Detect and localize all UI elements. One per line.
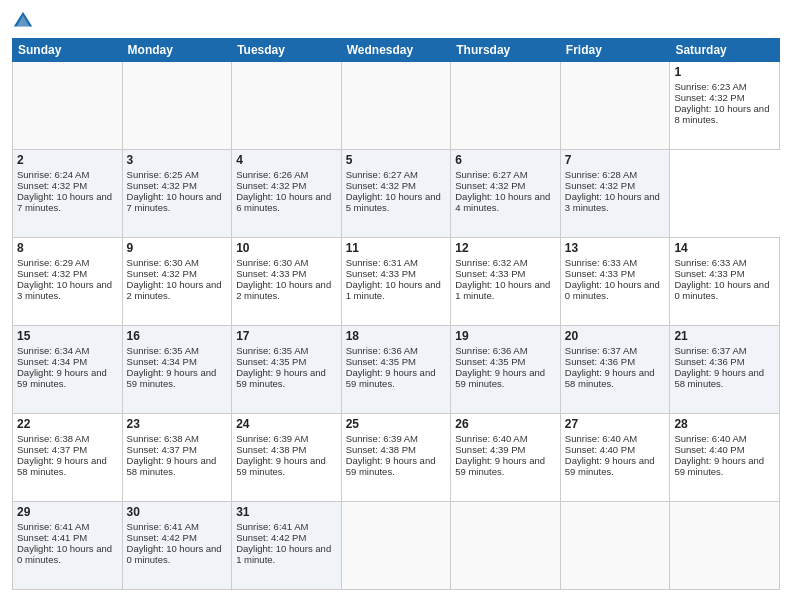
sunrise-text: Sunrise: 6:23 AM — [674, 81, 746, 92]
calendar-cell: 2 Sunrise: 6:24 AM Sunset: 4:32 PM Dayli… — [13, 150, 123, 238]
daylight-text: Daylight: 10 hours and 7 minutes. — [127, 191, 222, 213]
daylight-text: Daylight: 9 hours and 59 minutes. — [455, 455, 545, 477]
day-number: 14 — [674, 241, 775, 255]
calendar-cell: 14 Sunrise: 6:33 AM Sunset: 4:33 PM Dayl… — [670, 238, 780, 326]
page: SundayMondayTuesdayWednesdayThursdayFrid… — [0, 0, 792, 612]
calendar-table: SundayMondayTuesdayWednesdayThursdayFrid… — [12, 38, 780, 590]
day-number: 17 — [236, 329, 337, 343]
sunset-text: Sunset: 4:38 PM — [236, 444, 306, 455]
sunrise-text: Sunrise: 6:40 AM — [565, 433, 637, 444]
sunrise-text: Sunrise: 6:25 AM — [127, 169, 199, 180]
day-number: 29 — [17, 505, 118, 519]
daylight-text: Daylight: 9 hours and 59 minutes. — [236, 455, 326, 477]
calendar-cell: 9 Sunrise: 6:30 AM Sunset: 4:32 PM Dayli… — [122, 238, 232, 326]
daylight-text: Daylight: 10 hours and 6 minutes. — [236, 191, 331, 213]
day-number: 24 — [236, 417, 337, 431]
day-number: 9 — [127, 241, 228, 255]
calendar-cell: 17 Sunrise: 6:35 AM Sunset: 4:35 PM Dayl… — [232, 326, 342, 414]
daylight-text: Daylight: 10 hours and 1 minute. — [455, 279, 550, 301]
calendar-header-friday: Friday — [560, 39, 670, 62]
sunset-text: Sunset: 4:34 PM — [17, 356, 87, 367]
calendar-cell: 3 Sunrise: 6:25 AM Sunset: 4:32 PM Dayli… — [122, 150, 232, 238]
daylight-text: Daylight: 10 hours and 2 minutes. — [127, 279, 222, 301]
daylight-text: Daylight: 9 hours and 58 minutes. — [127, 455, 217, 477]
sunset-text: Sunset: 4:42 PM — [236, 532, 306, 543]
calendar-cell: 15 Sunrise: 6:34 AM Sunset: 4:34 PM Dayl… — [13, 326, 123, 414]
calendar-cell: 27 Sunrise: 6:40 AM Sunset: 4:40 PM Dayl… — [560, 414, 670, 502]
sunset-text: Sunset: 4:33 PM — [455, 268, 525, 279]
calendar-cell: 12 Sunrise: 6:32 AM Sunset: 4:33 PM Dayl… — [451, 238, 561, 326]
day-number: 15 — [17, 329, 118, 343]
sunrise-text: Sunrise: 6:40 AM — [455, 433, 527, 444]
sunset-text: Sunset: 4:36 PM — [674, 356, 744, 367]
calendar-cell: 26 Sunrise: 6:40 AM Sunset: 4:39 PM Dayl… — [451, 414, 561, 502]
calendar-header-tuesday: Tuesday — [232, 39, 342, 62]
daylight-text: Daylight: 10 hours and 0 minutes. — [17, 543, 112, 565]
day-number: 8 — [17, 241, 118, 255]
sunset-text: Sunset: 4:37 PM — [17, 444, 87, 455]
sunset-text: Sunset: 4:32 PM — [127, 268, 197, 279]
day-number: 10 — [236, 241, 337, 255]
sunrise-text: Sunrise: 6:33 AM — [674, 257, 746, 268]
daylight-text: Daylight: 10 hours and 0 minutes. — [565, 279, 660, 301]
sunset-text: Sunset: 4:36 PM — [565, 356, 635, 367]
calendar-week-row: 22 Sunrise: 6:38 AM Sunset: 4:37 PM Dayl… — [13, 414, 780, 502]
day-number: 22 — [17, 417, 118, 431]
calendar-cell — [560, 502, 670, 590]
calendar-cell — [232, 62, 342, 150]
sunset-text: Sunset: 4:37 PM — [127, 444, 197, 455]
sunset-text: Sunset: 4:32 PM — [455, 180, 525, 191]
sunset-text: Sunset: 4:35 PM — [346, 356, 416, 367]
day-number: 6 — [455, 153, 556, 167]
daylight-text: Daylight: 10 hours and 2 minutes. — [236, 279, 331, 301]
header — [12, 10, 780, 32]
calendar-cell: 20 Sunrise: 6:37 AM Sunset: 4:36 PM Dayl… — [560, 326, 670, 414]
calendar-header-row: SundayMondayTuesdayWednesdayThursdayFrid… — [13, 39, 780, 62]
sunset-text: Sunset: 4:33 PM — [674, 268, 744, 279]
daylight-text: Daylight: 9 hours and 59 minutes. — [346, 367, 436, 389]
calendar-cell: 10 Sunrise: 6:30 AM Sunset: 4:33 PM Dayl… — [232, 238, 342, 326]
sunrise-text: Sunrise: 6:36 AM — [455, 345, 527, 356]
day-number: 12 — [455, 241, 556, 255]
calendar-header-saturday: Saturday — [670, 39, 780, 62]
daylight-text: Daylight: 10 hours and 5 minutes. — [346, 191, 441, 213]
day-number: 30 — [127, 505, 228, 519]
daylight-text: Daylight: 9 hours and 59 minutes. — [565, 455, 655, 477]
sunrise-text: Sunrise: 6:35 AM — [127, 345, 199, 356]
sunset-text: Sunset: 4:40 PM — [674, 444, 744, 455]
sunset-text: Sunset: 4:35 PM — [455, 356, 525, 367]
calendar-cell: 4 Sunrise: 6:26 AM Sunset: 4:32 PM Dayli… — [232, 150, 342, 238]
calendar-cell: 23 Sunrise: 6:38 AM Sunset: 4:37 PM Dayl… — [122, 414, 232, 502]
sunrise-text: Sunrise: 6:24 AM — [17, 169, 89, 180]
sunrise-text: Sunrise: 6:40 AM — [674, 433, 746, 444]
daylight-text: Daylight: 10 hours and 0 minutes. — [127, 543, 222, 565]
logo-icon — [12, 10, 34, 32]
day-number: 28 — [674, 417, 775, 431]
sunrise-text: Sunrise: 6:27 AM — [346, 169, 418, 180]
sunset-text: Sunset: 4:34 PM — [127, 356, 197, 367]
sunset-text: Sunset: 4:32 PM — [674, 92, 744, 103]
sunset-text: Sunset: 4:32 PM — [17, 268, 87, 279]
sunset-text: Sunset: 4:41 PM — [17, 532, 87, 543]
calendar-cell: 21 Sunrise: 6:37 AM Sunset: 4:36 PM Dayl… — [670, 326, 780, 414]
calendar-cell: 22 Sunrise: 6:38 AM Sunset: 4:37 PM Dayl… — [13, 414, 123, 502]
sunrise-text: Sunrise: 6:29 AM — [17, 257, 89, 268]
calendar-cell: 31 Sunrise: 6:41 AM Sunset: 4:42 PM Dayl… — [232, 502, 342, 590]
sunrise-text: Sunrise: 6:38 AM — [17, 433, 89, 444]
daylight-text: Daylight: 9 hours and 59 minutes. — [236, 367, 326, 389]
daylight-text: Daylight: 10 hours and 3 minutes. — [17, 279, 112, 301]
calendar-cell — [451, 62, 561, 150]
daylight-text: Daylight: 9 hours and 59 minutes. — [346, 455, 436, 477]
sunrise-text: Sunrise: 6:36 AM — [346, 345, 418, 356]
daylight-text: Daylight: 9 hours and 59 minutes. — [674, 455, 764, 477]
calendar-cell: 1 Sunrise: 6:23 AM Sunset: 4:32 PM Dayli… — [670, 62, 780, 150]
calendar-cell — [451, 502, 561, 590]
calendar-header-wednesday: Wednesday — [341, 39, 451, 62]
calendar-week-row: 8 Sunrise: 6:29 AM Sunset: 4:32 PM Dayli… — [13, 238, 780, 326]
day-number: 20 — [565, 329, 666, 343]
calendar-cell — [122, 62, 232, 150]
sunset-text: Sunset: 4:32 PM — [127, 180, 197, 191]
sunset-text: Sunset: 4:32 PM — [17, 180, 87, 191]
sunrise-text: Sunrise: 6:39 AM — [236, 433, 308, 444]
calendar-week-row: 1 Sunrise: 6:23 AM Sunset: 4:32 PM Dayli… — [13, 62, 780, 150]
